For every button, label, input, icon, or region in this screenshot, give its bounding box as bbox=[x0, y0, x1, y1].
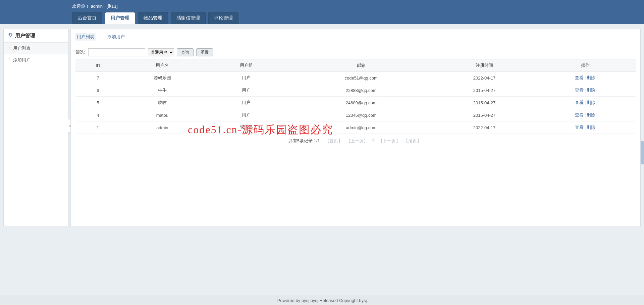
action-separator: | bbox=[585, 75, 586, 80]
nav-tab-0[interactable]: 后台首页 bbox=[72, 12, 102, 24]
pagination-summary: 共有5条记录 1/1 bbox=[288, 138, 320, 143]
header: 欢迎你！ admin [退出] 后台首页用户管理物品管理感谢信管理评论管理 bbox=[0, 0, 644, 24]
column-header: 用户名 bbox=[120, 59, 205, 72]
cell-email: 22888@qq.com bbox=[288, 84, 434, 97]
action-separator: | bbox=[585, 125, 586, 130]
nav-tab-4[interactable]: 评论管理 bbox=[208, 12, 238, 24]
reset-button[interactable]: 重置 bbox=[196, 48, 213, 56]
cell-actions: 查看|删除 bbox=[535, 121, 636, 134]
table-row: 4matou用户12345@qq.com2015-04-27查看|删除 bbox=[75, 109, 636, 121]
sidebar-item-0[interactable]: 用户列表 bbox=[4, 43, 68, 54]
cell-id: 4 bbox=[75, 109, 120, 121]
column-header: 用户组 bbox=[204, 59, 288, 72]
cell-email: 12345@qq.com bbox=[288, 109, 434, 121]
cell-actions: 查看|删除 bbox=[535, 109, 636, 121]
view-link[interactable]: 查看 bbox=[575, 88, 584, 93]
view-link[interactable]: 查看 bbox=[575, 125, 584, 130]
welcome-username: admin bbox=[91, 4, 103, 9]
pagination-current: 1 bbox=[372, 138, 374, 143]
filter-row: 筛选: 普通用户 查询 重置 bbox=[75, 48, 636, 56]
pagination-first[interactable]: 【首页】 bbox=[325, 138, 342, 143]
nav-tab-2[interactable]: 物品管理 bbox=[138, 12, 168, 24]
cell-username: 源码乐园 bbox=[120, 72, 205, 84]
cell-actions: 查看|删除 bbox=[535, 84, 636, 97]
filter-input[interactable] bbox=[88, 48, 145, 56]
welcome-row: 欢迎你！ admin [退出] bbox=[72, 0, 572, 12]
table-row: 5吱吱用户24689@qq.com2015-04-27查看|删除 bbox=[75, 97, 636, 109]
cell-group: 管理员 bbox=[204, 121, 288, 134]
sidebar-title: 用户管理 bbox=[15, 33, 35, 39]
cell-group: 用户 bbox=[204, 109, 288, 121]
cell-email: code51@qq.com bbox=[288, 72, 434, 84]
cell-id: 5 bbox=[75, 97, 120, 109]
action-separator: | bbox=[585, 100, 586, 105]
cell-group: 用户 bbox=[204, 97, 288, 109]
cell-username: admin bbox=[120, 121, 205, 134]
pagination-prev[interactable]: 【上一页】 bbox=[346, 138, 368, 143]
cell-id: 1 bbox=[75, 121, 120, 134]
column-header: 邮箱 bbox=[288, 59, 434, 72]
arrow-down-icon bbox=[8, 33, 13, 39]
cell-username: matou bbox=[120, 109, 205, 121]
sub-tab-0[interactable]: 用户列表 bbox=[75, 33, 96, 41]
pagination-next[interactable]: 【下一页】 bbox=[378, 138, 400, 143]
sidebar: 用户管理 用户列表添加用户 bbox=[3, 29, 69, 227]
action-separator: | bbox=[585, 88, 586, 93]
cell-regtime: 2022-04-17 bbox=[434, 72, 535, 84]
column-header: 注册时间 bbox=[434, 59, 535, 72]
sub-tab-1[interactable]: 添加用户 bbox=[106, 33, 126, 41]
query-button[interactable]: 查询 bbox=[177, 48, 194, 56]
column-header: 操作 bbox=[535, 59, 636, 72]
filter-group-select[interactable]: 普通用户 bbox=[148, 48, 174, 56]
cell-regtime: 2022-04-17 bbox=[434, 121, 535, 134]
cell-id: 6 bbox=[75, 84, 120, 97]
delete-link[interactable]: 删除 bbox=[587, 88, 595, 93]
delete-link[interactable]: 删除 bbox=[587, 125, 595, 130]
delete-link[interactable]: 删除 bbox=[587, 112, 595, 117]
welcome-prefix: 欢迎你！ bbox=[72, 4, 90, 9]
cell-regtime: 2015-04-27 bbox=[434, 97, 535, 109]
cell-username: 牛牛 bbox=[120, 84, 205, 97]
action-separator: | bbox=[585, 112, 586, 117]
delete-link[interactable]: 删除 bbox=[587, 75, 595, 80]
cell-email: 24689@qq.com bbox=[288, 97, 434, 109]
content: 用户列表|添加用户 筛选: 普通用户 查询 重置 ID用户名用户组邮箱注册时间操… bbox=[70, 29, 641, 227]
table-row: 6牛牛用户22888@qq.com2015-04-27查看|删除 bbox=[75, 84, 636, 97]
nav-tab-1[interactable]: 用户管理 bbox=[105, 12, 135, 24]
filter-label: 筛选: bbox=[75, 49, 86, 55]
view-link[interactable]: 查看 bbox=[575, 100, 584, 105]
column-header: ID bbox=[75, 59, 120, 72]
nav-tabs: 后台首页用户管理物品管理感谢信管理评论管理 bbox=[72, 12, 572, 24]
sidebar-header: 用户管理 bbox=[4, 29, 68, 43]
view-link[interactable]: 查看 bbox=[575, 112, 584, 117]
cell-group: 用户 bbox=[204, 72, 288, 84]
table-row: 1admin管理员admin@qq.com2022-04-17查看|删除 bbox=[75, 121, 636, 134]
right-scroll-handle[interactable] bbox=[641, 141, 644, 164]
nav-tab-3[interactable]: 感谢信管理 bbox=[171, 12, 206, 24]
cell-group: 用户 bbox=[204, 84, 288, 97]
sub-tabs: 用户列表|添加用户 bbox=[75, 33, 636, 44]
view-link[interactable]: 查看 bbox=[575, 75, 584, 80]
cell-username: 吱吱 bbox=[120, 97, 205, 109]
cell-email: admin@qq.com bbox=[288, 121, 434, 134]
cell-id: 7 bbox=[75, 72, 120, 84]
cell-actions: 查看|删除 bbox=[535, 97, 636, 109]
cell-regtime: 2015-04-27 bbox=[434, 84, 535, 97]
logout-link[interactable]: [退出] bbox=[107, 4, 118, 9]
sidebar-item-1[interactable]: 添加用户 bbox=[4, 54, 68, 66]
pagination-last[interactable]: 【尾页】 bbox=[404, 138, 421, 143]
sub-tab-separator: | bbox=[100, 35, 101, 40]
user-table: ID用户名用户组邮箱注册时间操作 7源码乐园用户code51@qq.com202… bbox=[75, 59, 636, 134]
pagination: 共有5条记录 1/1 【首页】 【上一页】 1 【下一页】 【尾页】 bbox=[75, 134, 636, 148]
cell-regtime: 2015-04-27 bbox=[434, 109, 535, 121]
cell-actions: 查看|删除 bbox=[535, 72, 636, 84]
table-row: 7源码乐园用户code51@qq.com2022-04-17查看|删除 bbox=[75, 72, 636, 84]
delete-link[interactable]: 删除 bbox=[587, 100, 595, 105]
